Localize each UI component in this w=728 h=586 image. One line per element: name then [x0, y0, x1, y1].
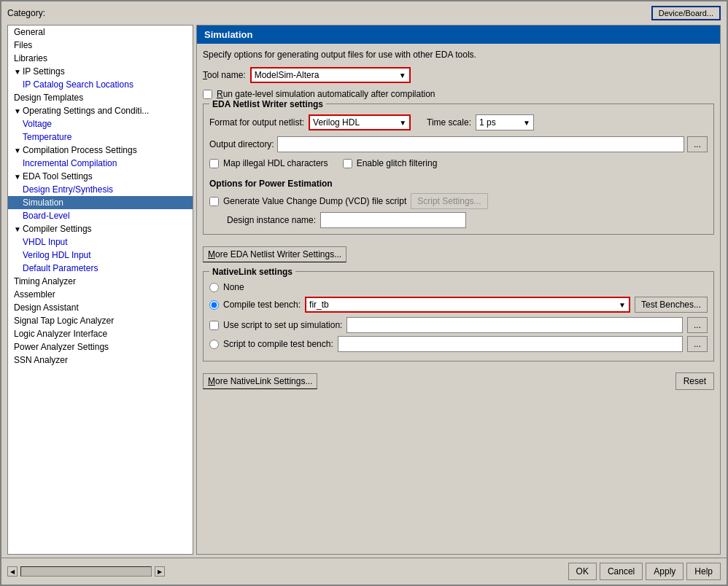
use-script-browse-button[interactable]: ...: [687, 317, 708, 333]
apply-button[interactable]: Apply: [646, 563, 684, 580]
glitch-filter-row: Enable glitch filtering: [343, 158, 438, 168]
tree-item-vhdl-input[interactable]: VHDL Input: [8, 235, 193, 249]
use-script-checkbox[interactable]: [209, 321, 219, 330]
glitch-filter-label: Enable glitch filtering: [357, 158, 438, 168]
tool-name-label: Tool name:: [203, 70, 246, 80]
tree-item-temperature[interactable]: Temperature: [8, 130, 193, 144]
expand-icon-eda: ▼: [14, 173, 21, 181]
tree-item-voltage[interactable]: Voltage: [8, 117, 193, 130]
more-nativelink-button[interactable]: More NativeLink Settings...: [203, 373, 317, 389]
scroll-left-button[interactable]: ◀: [7, 566, 18, 577]
script-compile-radio[interactable]: [209, 340, 219, 349]
expand-icon-operating: ▼: [14, 107, 21, 115]
tree-item-verilog-input[interactable]: Verilog HDL Input: [8, 249, 193, 262]
scrollbar-track[interactable]: [20, 566, 152, 577]
timescale-value: 1 ps: [479, 117, 496, 128]
eda-netlist-title: EDA Netlist Writer settings: [209, 99, 326, 109]
tree-item-design-assistant[interactable]: Design Assistant: [8, 301, 193, 314]
tree-item-compiler-settings[interactable]: ▼ Compiler Settings: [8, 222, 193, 235]
bottom-bar: ◀ ▶ OK Cancel Apply Help: [1, 558, 727, 585]
scrollbar-area: ◀ ▶: [7, 566, 565, 577]
nativelink-title: NativeLink settings: [209, 267, 295, 277]
tree-item-incremental[interactable]: Incremental Compilation: [8, 157, 193, 170]
output-dir-browse-button[interactable]: ...: [687, 136, 708, 152]
tree-item-assembler[interactable]: Assembler: [8, 288, 193, 301]
script-compile-row: Script to compile test bench: ...: [209, 336, 708, 352]
tree-item-general[interactable]: General: [8, 26, 193, 39]
generate-vcd-checkbox[interactable]: [209, 197, 219, 206]
none-radio-row: None: [209, 282, 708, 292]
tree-item-design-entry[interactable]: Design Entry/Synthesis: [8, 183, 193, 196]
tree-item-ip-settings[interactable]: ▼ IP Settings: [8, 65, 193, 78]
output-dir-row: Output directory: simulation/modelsim ..…: [209, 136, 708, 152]
help-button[interactable]: Help: [686, 563, 721, 580]
tree-item-signal-tap[interactable]: Signal Tap Logic Analyzer: [8, 314, 193, 327]
power-estimation-section: Options for Power Estimation Generate Va…: [209, 179, 708, 228]
tree-item-power-analyzer[interactable]: Power Analyzer Settings: [8, 340, 193, 353]
tree-item-ssn-analyzer[interactable]: SSN Analyzer: [8, 353, 193, 367]
script-compile-label: Script to compile test bench:: [223, 339, 333, 349]
right-panel: Simulation Specify options for generatin…: [196, 25, 721, 555]
scroll-right-button[interactable]: ▶: [155, 566, 165, 577]
script-settings-button: Script Settings...: [411, 193, 487, 209]
tree-item-logic-analyzer[interactable]: Logic Analyzer Interface: [8, 327, 193, 340]
tree-item-eda-tools[interactable]: ▼ EDA Tool Settings: [8, 170, 193, 183]
top-bar: Category: Device/Board...: [1, 1, 727, 25]
tree-item-board-level[interactable]: Board-Level: [8, 209, 193, 222]
more-netlist-button[interactable]: More EDA Netlist Writer Settings...: [203, 246, 346, 262]
device-board-button[interactable]: Device/Board...: [651, 6, 721, 20]
run-gatelevel-checkbox[interactable]: [203, 90, 212, 99]
tree-item-libraries[interactable]: Libraries: [8, 52, 193, 65]
compile-bench-value: fir_tb: [309, 300, 329, 310]
left-panel: General Files Libraries ▼ IP Settings IP…: [7, 25, 193, 555]
expand-icon-compilation: ▼: [14, 146, 21, 155]
none-label: None: [223, 282, 244, 292]
tree-item-timing-analyzer[interactable]: Timing Analyzer: [8, 275, 193, 288]
test-benches-button[interactable]: Test Benches...: [635, 297, 708, 313]
vcd-row: Generate Value Change Dump (VCD) file sc…: [209, 193, 708, 209]
compile-bench-row: Compile test bench: fir_tb ▼ Test Benche…: [209, 297, 708, 313]
compile-bench-label: Compile test bench:: [223, 300, 301, 310]
compile-bench-combo[interactable]: fir_tb ▼: [305, 297, 630, 313]
tool-name-combo[interactable]: ModelSim-Altera ▼: [250, 67, 411, 83]
none-radio[interactable]: [209, 283, 219, 292]
timescale-arrow-icon: ▼: [523, 119, 530, 127]
tree-item-compilation-process[interactable]: ▼ Compilation Process Settings: [8, 144, 193, 157]
main-window: Category: Device/Board... General Files …: [0, 0, 728, 586]
map-illegal-label: Map illegal HDL characters: [223, 158, 328, 168]
design-instance-input[interactable]: [320, 212, 466, 228]
eda-netlist-group: EDA Netlist Writer settings Format for o…: [203, 103, 714, 235]
panel-title: Simulation: [197, 26, 720, 44]
run-gatelevel-row: Run gate-level simulation automatically …: [203, 89, 714, 99]
use-script-input[interactable]: [346, 317, 683, 333]
map-illegal-row: Map illegal HDL characters: [209, 158, 328, 168]
output-dir-input[interactable]: simulation/modelsim: [277, 136, 684, 152]
script-compile-input[interactable]: [338, 336, 683, 352]
tree-item-operating-settings[interactable]: ▼ Operating Settings and Conditi...: [8, 104, 193, 117]
use-script-label: Use script to set up simulation:: [223, 320, 342, 330]
tree-item-ip-catalog[interactable]: IP Catalog Search Locations: [8, 78, 193, 91]
content-area: General Files Libraries ▼ IP Settings IP…: [1, 25, 727, 558]
script-compile-browse-button[interactable]: ...: [687, 336, 708, 352]
more-netlist-section: More EDA Netlist Writer Settings...: [203, 241, 714, 268]
bottom-buttons-row: More NativeLink Settings... Reset: [203, 367, 714, 395]
power-estimation-header: Options for Power Estimation: [209, 179, 708, 189]
reset-button[interactable]: Reset: [675, 372, 714, 390]
category-label: Category:: [7, 8, 45, 18]
compile-bench-arrow-icon: ▼: [619, 301, 626, 309]
format-row: Format for output netlist: Verilog HDL ▼…: [209, 114, 708, 130]
tree-item-default-params[interactable]: Default Parameters: [8, 262, 193, 275]
timescale-combo[interactable]: 1 ps ▼: [476, 114, 534, 130]
format-combo[interactable]: Verilog HDL ▼: [309, 114, 411, 130]
tree-item-design-templates[interactable]: Design Templates: [8, 91, 193, 104]
run-gatelevel-label: Run gate-level simulation automatically …: [217, 89, 435, 99]
cancel-button[interactable]: Cancel: [600, 563, 643, 580]
tree-item-files[interactable]: Files: [8, 39, 193, 52]
compile-bench-radio[interactable]: [209, 300, 219, 310]
panel-description: Specify options for generating output fi…: [203, 50, 714, 60]
ok-button[interactable]: OK: [568, 563, 597, 580]
tree-item-simulation[interactable]: Simulation: [8, 196, 193, 209]
format-arrow-icon: ▼: [399, 119, 406, 127]
glitch-filter-checkbox[interactable]: [343, 159, 352, 168]
map-illegal-checkbox[interactable]: [209, 159, 219, 168]
